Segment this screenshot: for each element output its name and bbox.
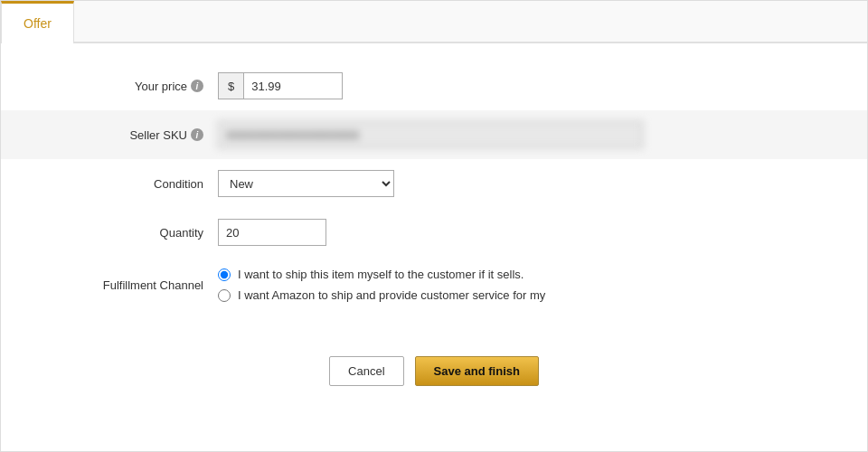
price-label-text: Your price bbox=[135, 80, 187, 93]
footer-row: Cancel Save and finish bbox=[1, 331, 867, 404]
condition-select[interactable]: New Used - Like New Used - Very Good Use… bbox=[218, 170, 394, 197]
fulfillment-radio-amazon[interactable] bbox=[218, 289, 231, 302]
condition-row: Condition New Used - Like New Used - Ver… bbox=[1, 159, 867, 208]
condition-label-text: Condition bbox=[154, 177, 203, 191]
sku-input[interactable] bbox=[218, 121, 643, 148]
fulfillment-row: Fulfillment Channel I want to ship this … bbox=[1, 257, 867, 313]
fulfillment-option-self[interactable]: I want to ship this item myself to the c… bbox=[218, 268, 831, 281]
quantity-label: Quantity bbox=[37, 226, 218, 240]
condition-label: Condition bbox=[37, 177, 218, 191]
form-area: Your price i $ Seller SKU i Cond bbox=[1, 43, 867, 331]
quantity-label-text: Quantity bbox=[160, 226, 203, 240]
tab-offer[interactable]: Offer bbox=[1, 1, 74, 43]
tab-bar: Offer bbox=[1, 1, 867, 43]
quantity-row: Quantity bbox=[1, 208, 867, 257]
sku-info-icon[interactable]: i bbox=[191, 128, 203, 141]
condition-control: New Used - Like New Used - Very Good Use… bbox=[218, 170, 831, 197]
fulfillment-option-amazon-label: I want Amazon to ship and provide custom… bbox=[238, 288, 545, 302]
price-info-icon[interactable]: i bbox=[191, 80, 203, 92]
fulfillment-option-amazon[interactable]: I want Amazon to ship and provide custom… bbox=[218, 288, 831, 302]
fulfillment-control: I want to ship this item myself to the c… bbox=[218, 268, 831, 302]
sku-label: Seller SKU i bbox=[37, 128, 218, 142]
fulfillment-options: I want to ship this item myself to the c… bbox=[218, 268, 831, 302]
quantity-input[interactable] bbox=[218, 219, 326, 246]
fulfillment-label-text: Fulfillment Channel bbox=[103, 278, 203, 292]
save-button[interactable]: Save and finish bbox=[415, 356, 539, 386]
quantity-control bbox=[218, 219, 831, 246]
sku-label-text: Seller SKU bbox=[129, 128, 187, 142]
currency-symbol: $ bbox=[218, 72, 243, 99]
price-control: $ bbox=[218, 72, 831, 99]
price-row: Your price i $ bbox=[1, 61, 867, 110]
sku-control bbox=[218, 121, 831, 148]
fulfillment-option-self-label: I want to ship this item myself to the c… bbox=[238, 268, 524, 281]
page-wrapper: Offer Your price i $ Seller SKU i bbox=[0, 0, 868, 452]
cancel-button[interactable]: Cancel bbox=[329, 356, 403, 386]
fulfillment-radio-self[interactable] bbox=[218, 268, 231, 281]
price-input[interactable] bbox=[243, 72, 343, 99]
sku-row: Seller SKU i bbox=[1, 110, 867, 159]
price-wrapper: $ bbox=[218, 72, 831, 99]
price-label: Your price i bbox=[37, 80, 218, 93]
fulfillment-label: Fulfillment Channel bbox=[37, 278, 218, 292]
